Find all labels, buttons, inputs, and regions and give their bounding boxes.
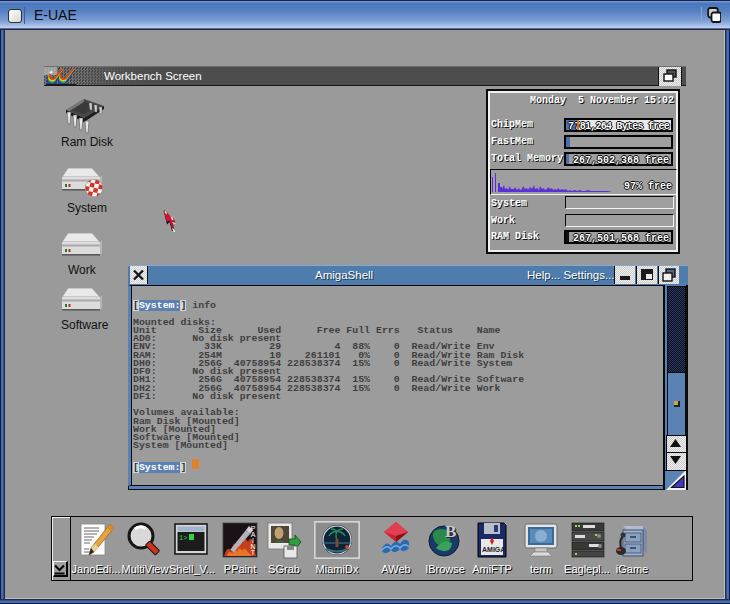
- svg-text:1>: 1>: [179, 534, 187, 542]
- svg-text:AMIGA: AMIGA: [482, 546, 505, 553]
- svg-text:B: B: [445, 522, 456, 541]
- svg-text:T: T: [251, 549, 256, 556]
